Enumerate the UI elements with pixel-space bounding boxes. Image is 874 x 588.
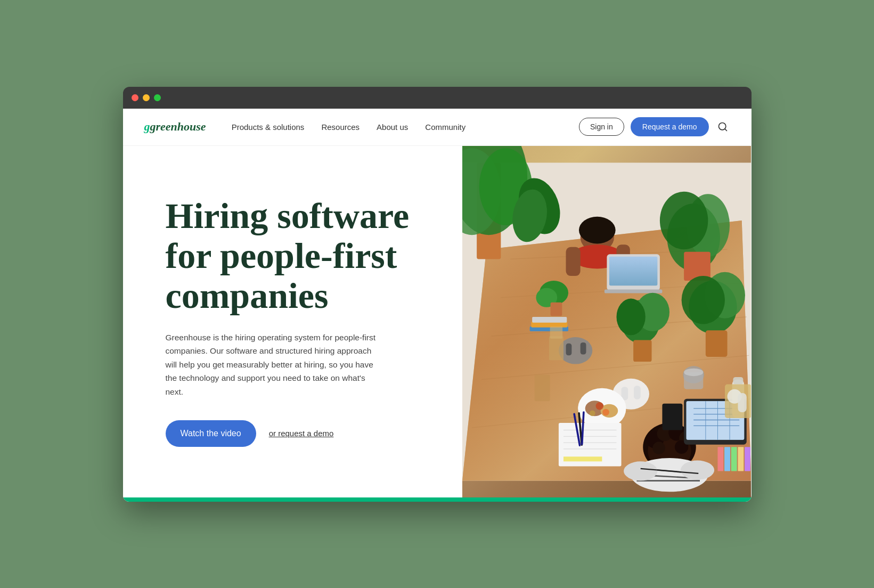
nav-link-about[interactable]: About us xyxy=(377,123,408,132)
svg-rect-36 xyxy=(580,342,586,354)
hero-actions: Watch the video or request a demo xyxy=(166,420,430,447)
svg-rect-26 xyxy=(609,256,657,285)
browser-content: ggreenhouse Products & solutions Resourc… xyxy=(123,109,752,502)
hero-left: Hiring software for people-first compani… xyxy=(123,146,462,497)
logo-text: ggreenhouse xyxy=(144,120,206,134)
traffic-light-yellow[interactable] xyxy=(143,94,150,101)
request-demo-button-nav[interactable]: Request a demo xyxy=(631,117,709,136)
svg-point-79 xyxy=(590,410,595,416)
svg-rect-95 xyxy=(745,447,750,471)
watch-video-button[interactable]: Watch the video xyxy=(166,420,256,447)
signin-button[interactable]: Sign in xyxy=(579,118,624,136)
traffic-lights xyxy=(132,94,161,101)
svg-rect-30 xyxy=(550,302,562,315)
nav-link-products[interactable]: Products & solutions xyxy=(232,123,305,132)
svg-rect-82 xyxy=(534,374,550,401)
search-icon xyxy=(717,121,728,132)
logo[interactable]: ggreenhouse xyxy=(144,120,206,134)
svg-rect-44 xyxy=(706,330,728,357)
svg-rect-23 xyxy=(566,247,580,275)
svg-rect-35 xyxy=(566,343,571,355)
nav-links: Products & solutions Resources About us … xyxy=(232,123,579,132)
svg-point-77 xyxy=(595,402,603,410)
hero-title: Hiring software for people-first compani… xyxy=(166,196,430,315)
svg-point-18 xyxy=(660,191,708,249)
request-demo-link[interactable]: or request a demo xyxy=(269,429,334,438)
svg-rect-84 xyxy=(733,377,743,385)
traffic-light-green[interactable] xyxy=(154,94,161,101)
svg-rect-40 xyxy=(633,340,651,362)
svg-point-39 xyxy=(616,298,645,335)
svg-rect-73 xyxy=(634,386,641,399)
nav-actions: Sign in Request a demo xyxy=(579,117,730,136)
svg-rect-70 xyxy=(662,403,682,430)
search-button[interactable] xyxy=(715,119,730,134)
svg-point-43 xyxy=(681,276,724,324)
traffic-light-red[interactable] xyxy=(132,94,138,101)
svg-point-21 xyxy=(579,216,616,243)
nav-link-resources[interactable]: Resources xyxy=(321,123,360,132)
svg-rect-94 xyxy=(738,447,744,471)
svg-point-52 xyxy=(652,442,665,454)
office-scene-svg xyxy=(462,146,752,497)
svg-point-58 xyxy=(680,460,714,479)
browser-window: ggreenhouse Products & solutions Resourc… xyxy=(123,87,752,502)
hero-section: Hiring software for people-first compani… xyxy=(123,146,752,497)
svg-rect-91 xyxy=(717,447,723,471)
svg-point-57 xyxy=(624,461,657,480)
hero-image xyxy=(462,146,752,497)
svg-rect-81 xyxy=(550,326,562,339)
svg-point-34 xyxy=(559,337,592,364)
hero-description: Greenhouse is the hiring operating syste… xyxy=(166,331,379,399)
hero-right xyxy=(462,146,752,497)
svg-rect-27 xyxy=(605,289,663,293)
svg-rect-104 xyxy=(738,393,746,412)
teal-accent-bar xyxy=(123,497,752,502)
navbar: ggreenhouse Products & solutions Resourc… xyxy=(123,109,752,146)
nav-link-community[interactable]: Community xyxy=(425,123,465,132)
svg-rect-93 xyxy=(731,447,737,471)
svg-point-101 xyxy=(684,368,703,375)
svg-rect-33 xyxy=(532,316,567,322)
svg-rect-92 xyxy=(724,447,730,471)
svg-rect-90 xyxy=(563,456,602,461)
browser-chrome xyxy=(123,87,752,109)
svg-point-78 xyxy=(602,409,609,415)
svg-line-1 xyxy=(724,129,726,131)
svg-rect-80 xyxy=(549,336,563,360)
